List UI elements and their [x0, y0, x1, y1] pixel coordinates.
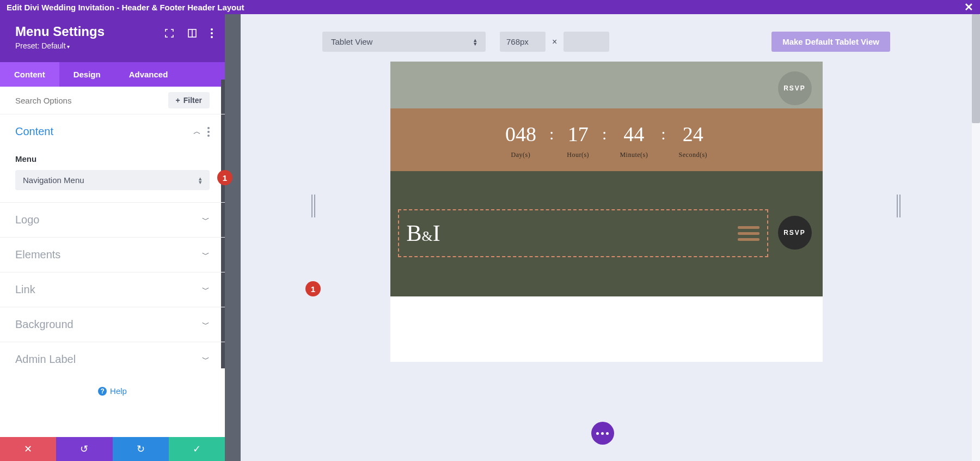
preview-canvas: Tablet View ▴▾ × Make Default Tablet Vie…: [225, 14, 980, 461]
section-background[interactable]: Background ﹀: [0, 307, 225, 342]
filter-label: Filter: [183, 96, 202, 105]
countdown-section: 048 Day(s) : 17 Hour(s) : 44: [390, 108, 823, 171]
count-mins: 44: [620, 124, 648, 144]
section-title: Content: [15, 125, 53, 138]
help-link[interactable]: ? Help: [0, 377, 225, 400]
section-logo[interactable]: Logo ﹀: [0, 202, 225, 237]
viewport-controls: Tablet View ▴▾ × Make Default Tablet Vie…: [322, 14, 890, 62]
search-row: + Filter: [0, 87, 225, 114]
help-label: Help: [110, 386, 127, 396]
section-title: Elements: [15, 248, 60, 261]
section-title: Background: [15, 318, 74, 331]
menu-label: Menu: [15, 154, 210, 163]
title-text: Edit Divi Wedding Invitation - Header & …: [7, 3, 244, 12]
redo-button[interactable]: ↻: [113, 437, 169, 461]
select-arrows-icon: ▴▾: [199, 177, 202, 184]
section-title: Logo: [15, 214, 40, 226]
count-separator: :: [599, 126, 610, 142]
chevron-up-icon: ︿: [193, 127, 201, 137]
count-hours: 17: [567, 124, 589, 144]
layout-preview: RSVP 048 Day(s) : 17: [390, 62, 823, 362]
chevron-down-icon: ﹀: [202, 250, 210, 260]
section-admin-label[interactable]: Admin Label ﹀: [0, 342, 225, 377]
count-days: 048: [505, 124, 536, 144]
dimension-separator: ×: [552, 37, 557, 47]
logo-text: B&I: [407, 220, 440, 246]
rsvp-button-dark[interactable]: RSVP: [778, 216, 812, 250]
canvas-scrollbar[interactable]: [972, 14, 980, 461]
width-input[interactable]: [500, 32, 546, 52]
annotation-badge-2: 1: [305, 281, 321, 296]
tab-design[interactable]: Design: [59, 62, 115, 87]
make-default-button[interactable]: Make Default Tablet View: [771, 32, 890, 52]
help-icon: ?: [98, 387, 107, 396]
settings-sidebar: Menu Settings Preset: Default: [0, 14, 225, 461]
more-icon[interactable]: [211, 28, 213, 38]
view-mode-select[interactable]: Tablet View ▴▾: [322, 32, 486, 52]
section-elements[interactable]: Elements ﹀: [0, 237, 225, 272]
hamburger-icon[interactable]: [738, 226, 759, 241]
page-settings-fab[interactable]: [591, 422, 614, 445]
count-days-label: Day(s): [505, 151, 536, 159]
expand-icon[interactable]: [165, 29, 174, 38]
save-button[interactable]: ✓: [169, 437, 225, 461]
canvas-gutter: [225, 14, 241, 461]
view-mode-value: Tablet View: [331, 37, 372, 46]
tab-content[interactable]: Content: [0, 62, 59, 87]
preview-top-bar: RSVP: [390, 62, 823, 108]
undo-button[interactable]: ↺: [56, 437, 112, 461]
count-hours-label: Hour(s): [567, 151, 589, 159]
settings-tabs: Content Design Advanced: [0, 62, 225, 87]
section-more-icon[interactable]: [207, 127, 210, 137]
responsive-icon[interactable]: [188, 29, 197, 38]
count-mins-label: Minute(s): [620, 151, 648, 159]
preview-body: [390, 296, 823, 362]
search-input[interactable]: [15, 96, 163, 105]
section-content[interactable]: Content ︿: [0, 114, 225, 149]
cancel-button[interactable]: ✕: [0, 437, 56, 461]
preview-nav-section: B&I RSVP: [390, 171, 823, 296]
menu-value: Navigation Menu: [23, 175, 84, 185]
count-secs-label: Second(s): [679, 151, 708, 159]
filter-button[interactable]: + Filter: [168, 92, 210, 108]
menu-module-outline[interactable]: B&I: [398, 209, 768, 257]
menu-select[interactable]: Navigation Menu ▴▾: [15, 170, 210, 190]
title-bar: Edit Divi Wedding Invitation - Header & …: [0, 0, 980, 14]
resize-handle-right[interactable]: [897, 195, 901, 217]
chevron-down-icon: ﹀: [202, 215, 210, 225]
annotation-badge-1: 1: [217, 170, 232, 185]
count-separator: :: [658, 126, 669, 142]
chevron-down-icon: ﹀: [202, 355, 210, 365]
action-bar: ✕ ↺ ↻ ✓: [0, 437, 225, 461]
chevron-down-icon: ﹀: [202, 320, 210, 330]
section-link[interactable]: Link ﹀: [0, 272, 225, 307]
chevron-down-icon: ﹀: [202, 285, 210, 295]
resize-handle-left[interactable]: [311, 195, 316, 217]
preset-dropdown[interactable]: Preset: Default: [15, 41, 210, 50]
tab-advanced[interactable]: Advanced: [115, 62, 182, 87]
close-icon[interactable]: ✕: [964, 2, 973, 13]
count-separator: :: [546, 126, 557, 142]
plus-icon: +: [176, 96, 180, 105]
rsvp-button-light[interactable]: RSVP: [778, 71, 812, 105]
select-arrows-icon: ▴▾: [474, 38, 477, 46]
content-body: Menu Navigation Menu ▴▾: [0, 154, 225, 202]
section-title: Admin Label: [15, 353, 76, 366]
height-input[interactable]: [564, 32, 609, 52]
panel-header: Menu Settings Preset: Default: [0, 14, 225, 62]
section-title: Link: [15, 283, 35, 296]
count-secs: 24: [679, 124, 708, 144]
